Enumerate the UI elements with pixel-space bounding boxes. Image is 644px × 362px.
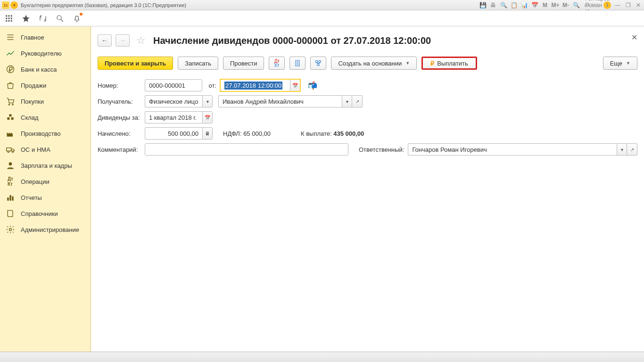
payout-button[interactable]: ₽Выплатить	[421, 57, 477, 70]
svg-rect-26	[12, 197, 13, 201]
sidebar-item-label: Банк и касса	[21, 66, 57, 73]
sidebar-item-label: Руководителю	[21, 50, 62, 57]
page-header: ← → ☆ Начисление дивидендов 0000-000001 …	[98, 31, 637, 50]
number-input[interactable]	[145, 79, 202, 91]
to-pay-group: К выплате: 435 000,00	[301, 130, 364, 137]
ndfl-value: 65 000,00	[243, 130, 271, 137]
responsible-input[interactable]	[408, 143, 617, 156]
create-based-button[interactable]: Создать на основании▼	[331, 57, 417, 70]
sidebar-item-warehouse[interactable]: Склад	[0, 109, 91, 125]
save-icon[interactable]: 💾	[479, 1, 487, 9]
structure-button[interactable]	[310, 57, 326, 70]
page-title: Начисление дивидендов 0000-000001 от 27.…	[153, 35, 431, 46]
svg-point-14	[7, 66, 14, 73]
svg-rect-7	[8, 20, 10, 21]
more-button[interactable]: Еще▼	[603, 57, 637, 70]
print-icon[interactable]: 🖶	[489, 1, 497, 9]
nav-forward-button[interactable]: →	[116, 34, 130, 47]
dropdown-icon[interactable]: ▾	[342, 95, 352, 107]
post-button[interactable]: Провести	[223, 57, 264, 70]
search-icon[interactable]	[55, 13, 65, 24]
ndfl-group: НДФЛ: 65 000,00	[223, 130, 271, 137]
factory-icon	[6, 129, 15, 138]
more-label: Еще	[610, 60, 622, 67]
row-dividends-for: Дивиденды за: 📅	[98, 109, 637, 125]
recipient-name-input[interactable]	[218, 95, 342, 107]
history-icon[interactable]	[38, 13, 48, 24]
dropdown-icon[interactable]: ▾	[202, 95, 213, 107]
m-minus-icon[interactable]: M-	[562, 1, 570, 9]
sidebar-item-bank[interactable]: Банк и касса	[0, 61, 91, 77]
sidebar-item-label: Администрирование	[21, 226, 79, 233]
report-button[interactable]	[289, 57, 305, 70]
create-based-label: Создать на основании	[338, 60, 402, 67]
menu-icon	[6, 33, 15, 42]
to-pay-label: К выплате:	[301, 130, 332, 137]
m-plus-icon[interactable]: M+	[552, 1, 559, 9]
sidebar-item-operations[interactable]: ДтКт Операции	[0, 173, 91, 189]
svg-point-16	[12, 104, 14, 105]
accrued-amount-field[interactable]: 🖩	[145, 127, 213, 140]
sidebar-item-directories[interactable]: Справочники	[0, 206, 91, 222]
calendar-icon[interactable]: 📅	[531, 1, 538, 9]
app-menu-dropdown[interactable]: ▾	[10, 1, 18, 9]
accrued-input[interactable]	[145, 127, 202, 140]
recipient-type-combo[interactable]: ▾	[145, 95, 213, 107]
calendar-button[interactable]: 📅	[202, 111, 213, 123]
svg-rect-18	[11, 117, 14, 120]
comment-input[interactable]	[145, 143, 348, 156]
minimize-icon[interactable]: —	[614, 1, 621, 9]
zoom-icon[interactable]: 🔍	[572, 1, 580, 9]
main-panel: ✕ ← → ☆ Начисление дивидендов 0000-00000…	[91, 26, 644, 352]
dividends-period-input[interactable]	[145, 111, 202, 123]
sidebar-item-label: Операции	[21, 178, 50, 185]
calendar-button[interactable]: 📅	[290, 79, 300, 91]
copy-icon[interactable]: 📋	[510, 1, 518, 9]
star-icon[interactable]	[21, 13, 31, 24]
preview-icon[interactable]: 🔍	[500, 1, 507, 9]
svg-rect-1	[8, 15, 10, 16]
sidebar-item-sales[interactable]: Продажи	[0, 77, 91, 93]
calc-button[interactable]: 🖩	[202, 127, 213, 140]
date-input[interactable]: 27.07.2018 12:00:00	[220, 79, 290, 91]
apps-icon[interactable]	[4, 13, 14, 24]
open-icon[interactable]: ↗	[627, 143, 637, 156]
recipient-type-input[interactable]	[145, 95, 202, 107]
close-window-icon[interactable]: ✕	[635, 1, 642, 9]
sidebar-item-purchases[interactable]: Покупки	[0, 93, 91, 109]
dividends-period-combo[interactable]: 📅	[145, 111, 213, 123]
info-icon[interactable]: i	[603, 1, 611, 9]
sidebar-item-main[interactable]: Главное	[0, 29, 91, 45]
dropdown-icon[interactable]: ▾	[617, 143, 627, 156]
dtkt-button[interactable]: ДтКт	[269, 57, 285, 70]
m-clear-icon[interactable]: M	[541, 1, 549, 9]
restore-icon[interactable]: ❐	[624, 1, 632, 9]
post-and-close-button[interactable]: Провести и закрыть	[98, 57, 173, 70]
svg-rect-34	[317, 64, 319, 66]
recipient-name-combo[interactable]: ▾ ↗	[218, 95, 363, 107]
close-tab-icon[interactable]: ✕	[631, 33, 637, 42]
approved-icon[interactable]: 📬	[308, 81, 317, 90]
sidebar-item-assets[interactable]: ОС и НМА	[0, 141, 91, 157]
svg-rect-33	[319, 61, 321, 63]
sidebar-item-label: ОС и НМА	[21, 146, 50, 153]
calc-icon[interactable]: 📊	[520, 1, 528, 9]
sidebar-item-reports[interactable]: Отчеты	[0, 189, 91, 206]
bell-icon[interactable]	[72, 13, 82, 24]
favorite-star-icon[interactable]: ☆	[135, 35, 147, 46]
sidebar-item-hr[interactable]: Зарплата и кадры	[0, 157, 91, 173]
sidebar-item-production[interactable]: Производство	[0, 125, 91, 141]
responsible-combo[interactable]: ▾ ↗	[408, 143, 637, 156]
sidebar-item-admin[interactable]: Администрирование	[0, 222, 91, 238]
sidebar-item-manager[interactable]: Руководителю	[0, 45, 91, 61]
save-button[interactable]: Записать	[178, 57, 218, 70]
open-icon[interactable]: ↗	[352, 95, 363, 107]
chart-icon	[6, 193, 15, 202]
document-form: Номер: от: 27.07.2018 12:00:00 📅 📬 Получ…	[98, 77, 637, 157]
book-icon	[6, 209, 15, 218]
dividends-for-label: Дивиденды за:	[98, 114, 141, 121]
svg-point-23	[9, 162, 12, 165]
nav-back-button[interactable]: ←	[98, 34, 112, 47]
current-user[interactable]: Гончаров Роман Игоревич	[593, 1, 601, 9]
svg-rect-24	[7, 197, 8, 201]
